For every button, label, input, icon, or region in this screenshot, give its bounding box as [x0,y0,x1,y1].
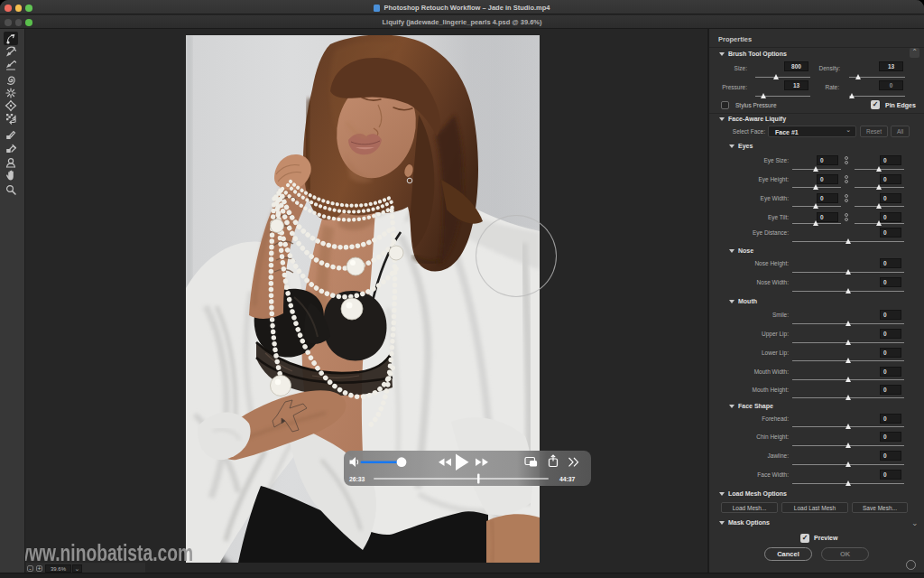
svg-text:44:37: 44:37 [559,476,576,482]
svg-text:26:33: 26:33 [349,476,365,482]
